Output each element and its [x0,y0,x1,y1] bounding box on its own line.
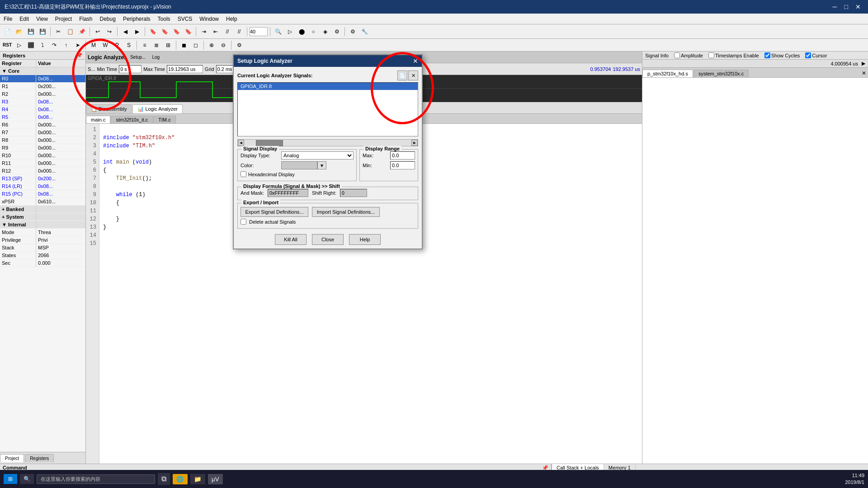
step-out-btn[interactable]: ↑ [61,40,71,51]
view3-btn[interactable]: ⊞ [163,40,174,51]
kill-all-btn[interactable]: Kill All [275,234,307,245]
right-file-tab-p[interactable]: p_stm32f10x_hd.s [642,70,693,77]
chrome-btn[interactable]: 🌐 [173,474,188,484]
reg-mode[interactable]: Mode Threa [0,229,85,236]
fwd-btn[interactable]: ▶ [132,26,142,37]
la-log-btn[interactable]: Log [150,52,162,63]
reg-privilege[interactable]: Privilege Privi [0,236,85,244]
color-dropdown-btn[interactable]: ▼ [317,161,326,169]
hex-display-checkbox[interactable] [241,171,246,177]
file-tab-tim[interactable]: TIM.c [153,116,176,123]
max-input[interactable] [390,151,415,160]
search-btn[interactable]: 🔍 [273,26,283,37]
close-button[interactable]: ✕ [853,3,863,10]
menu-debug[interactable]: Debug [96,14,119,24]
dialog-close-btn[interactable]: ✕ [413,57,418,65]
import-signal-btn[interactable]: Import Signal Definitions... [312,207,380,217]
reg-r1[interactable]: R1 0x200... [0,83,85,90]
menu-tools[interactable]: Tools [154,14,174,24]
reg-stack[interactable]: Stack MSP [0,244,85,252]
tab-logic-analyzer[interactable]: 📊 Logic Analyzer [132,104,183,113]
reg-r14[interactable]: R14 (LR) 0x08... [0,183,85,190]
comment-btn[interactable]: // [222,26,233,37]
reg-r2[interactable]: R2 0x000... [0,90,85,98]
menu-flash[interactable]: Flash [75,14,96,24]
menu-peripherals[interactable]: Peripherals [119,14,154,24]
cfg2-btn[interactable]: ⚙ [234,40,245,51]
save-btn[interactable]: 💾 [25,26,36,37]
sig2-btn[interactable]: ◻ [190,40,201,51]
run-btn[interactable]: ▷ [14,40,24,51]
step-over-btn[interactable]: ↷ [49,40,60,51]
reg-r8[interactable]: R8 0x000... [0,136,85,144]
debug5-btn[interactable]: ⚙ [331,26,342,37]
mem2-btn[interactable]: W [100,40,111,51]
new-signal-btn[interactable]: 📄 [397,70,407,80]
mem3-btn[interactable]: P [112,40,123,51]
disp2-btn[interactable]: ⊖ [218,40,229,51]
menu-view[interactable]: View [33,14,52,24]
run-cursor-btn[interactable]: ➤ [72,40,83,51]
reg-r6[interactable]: R6 0x000... [0,121,85,129]
copy-btn[interactable]: 📋 [65,26,75,37]
reg-states[interactable]: States 2066 [0,252,85,259]
search-taskbar-btn[interactable]: 🔍 [20,474,34,484]
paste-btn[interactable]: 📌 [76,26,87,37]
minimize-button[interactable]: ─ [830,3,840,10]
code-content[interactable]: #include "stm32f10x.h" #include "TIM.h" … [99,124,178,464]
reg-r15[interactable]: R15 (PC) 0x08... [0,190,85,198]
reg-r3[interactable]: R3 0x08... [0,98,85,106]
sig1-btn[interactable]: ◼ [179,40,189,51]
tab-disassembly[interactable]: 📋 Disassembly [86,104,132,113]
redo-btn[interactable]: ↪ [104,26,115,37]
menu-svcs[interactable]: SVCS [174,14,196,24]
tab-project[interactable]: Project [0,454,24,462]
signal-row-0[interactable]: GPIOA_IDR.8 [238,83,418,90]
stop-btn[interactable]: ⬛ [25,40,36,51]
taskview-btn[interactable]: ⧉ [158,473,170,485]
view2-btn[interactable]: ≣ [151,40,162,51]
save-all-btn[interactable]: 💾 [37,26,48,37]
indent-btn[interactable]: ⇥ [198,26,209,37]
color-picker[interactable] [281,161,317,169]
reg-r5[interactable]: R5 0x08... [0,113,85,121]
show-cycles-checkbox[interactable] [764,52,770,58]
delete-signal-btn[interactable]: ✕ [408,70,418,80]
close-file-icon[interactable]: ✕ [860,69,868,77]
min-time-input[interactable] [119,65,142,73]
scrollbar-thumb[interactable] [256,140,283,146]
step-btn[interactable]: ⤵ [37,40,48,51]
tab-registers[interactable]: Registers [25,454,54,462]
menu-project[interactable]: Project [52,14,75,24]
export-signal-btn[interactable]: Export Signal Definitions... [241,207,308,217]
wrench-btn[interactable]: 🔧 [359,26,370,37]
reg-sec[interactable]: Sec 0.000 [0,259,85,267]
maximize-button[interactable]: □ [842,3,851,10]
scroll-right-btn[interactable]: ► [411,140,418,146]
min-input[interactable] [390,161,415,169]
uncomment-btn[interactable]: // [234,26,245,37]
bookmark2-btn[interactable]: 🔖 [159,26,170,37]
mem4-btn[interactable]: S [123,40,134,51]
reg-r13[interactable]: R13 (SP) 0x200... [0,175,85,183]
disp1-btn[interactable]: ⊕ [206,40,217,51]
start-button[interactable]: ⊞ [4,474,17,484]
debug4-btn[interactable]: ◈ [320,26,330,37]
max-time-input[interactable] [167,65,203,73]
shift-right-input[interactable] [340,189,367,197]
debug3-btn[interactable]: ○ [308,26,319,37]
debug1-btn[interactable]: ▷ [284,26,295,37]
scroll-left-btn[interactable]: ◄ [238,140,244,146]
undo-btn[interactable]: ↩ [92,26,103,37]
bookmark3-btn[interactable]: 🔖 [171,26,182,37]
timestamps-checkbox[interactable] [708,52,714,58]
delete-signals-checkbox[interactable] [241,219,246,225]
signals-scrollbar[interactable]: ◄ ► [237,139,418,146]
bookmark4-btn[interactable]: 🔖 [183,26,193,37]
zoom-input[interactable] [250,27,268,36]
amplitude-checkbox[interactable] [674,52,680,58]
reg-r4[interactable]: R4 0x08... [0,106,85,113]
menu-window[interactable]: Window [196,14,222,24]
display-type-select[interactable]: Analog [281,151,354,160]
menu-edit[interactable]: Edit [16,14,33,24]
